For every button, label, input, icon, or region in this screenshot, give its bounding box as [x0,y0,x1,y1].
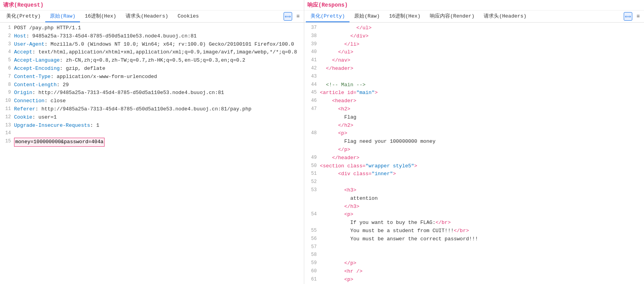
tab-pretty-right[interactable]: 美化(Pretty) [306,11,349,22]
tab-headers-left[interactable]: 请求头(Headers) [121,11,173,22]
response-line-47c: </h2> [304,122,644,130]
response-line-38: 38 </div> [304,32,644,41]
request-line-3: 3 User-Agent: Mozilla/5.0 (Windows NT 10… [0,41,304,49]
tab-hex-left[interactable]: 16进制(Hex) [80,11,121,22]
request-line-12: 12 Cookie: user=1 [0,114,304,122]
response-line-48c: </p> [304,146,644,154]
response-line-44: 44 <!-- Main --> [304,81,644,89]
response-line-57: 57 [304,243,644,252]
menu-icon-left[interactable]: ≡ [294,12,302,21]
response-line-45: 45 <article id="main"> [304,89,644,97]
request-line-1: 1 POST /pay.php HTTP/1.1 [0,24,304,32]
response-line-39: 39 </li> [304,41,644,49]
response-line-48b: Flag need your 100000000 money [304,138,644,146]
response-line-54b: If you want to buy the FLAG:</br> [304,219,644,227]
response-tabs-bar: 美化(Pretty) 原始(Raw) 16进制(Hex) 响应内容(Render… [304,11,644,23]
request-code-area: 1 POST /pay.php HTTP/1.1 2 Host: 9485a25… [0,23,304,284]
response-line-53b: attention [304,195,644,203]
wrap-icon-right[interactable]: ⟺ [624,12,632,21]
response-line-43: 43 [304,73,644,81]
tab-cookies-left[interactable]: Cookies [173,11,204,22]
response-line-52: 52 [304,178,644,186]
response-line-56: 56 You must be answer the correct passwo… [304,235,644,243]
response-line-42: 42 </header> [304,65,644,73]
response-line-47: 47 <h2> [304,105,644,114]
request-line-10: 10 Connection: close [0,97,304,105]
response-line-53c: </h3> [304,203,644,211]
response-line-48: 48 <p> [304,130,644,138]
request-tabs-bar: 美化(Pretty) 原始(Raw) 16进制(Hex) 请求头(Headers… [0,11,304,23]
request-line-8: 8 Content-Length: 29 [0,81,304,89]
request-line-13: 13 Upgrade-Insecure-Requests: 1 [0,122,304,130]
request-line-6: 6 Accept-Encoding: gzip, deflate [0,65,304,73]
request-line-7: 7 Content-Type: application/x-www-form-u… [0,73,304,81]
menu-icon-right[interactable]: ≡ [634,12,642,21]
tab-raw-left[interactable]: 原始(Raw) [45,11,80,22]
response-line-51: 51 <div class="inner"> [304,170,644,178]
response-line-41: 41 </nav> [304,57,644,65]
tab-headers-right[interactable]: 请求头(Headers) [479,11,531,22]
response-line-53: 53 <h3> [304,186,644,195]
request-line-9: 9 Origin: http://9485a25a-7313-45d4-8785… [0,89,304,97]
response-panel: 响应(Respons) 美化(Pretty) 原始(Raw) 16进制(Hex)… [304,0,644,284]
response-panel-title: 响应(Respons) [304,0,644,11]
response-line-47b: Flag [304,114,644,122]
response-xml-area: 37 </ul> 38 </div> 39 </li> 40 </ul> [304,23,644,284]
request-panel: 请求(Request) 美化(Pretty) 原始(Raw) 16进制(Hex)… [0,0,304,284]
response-line-40: 40 </ul> [304,48,644,57]
response-line-59: 59 </p> [304,259,644,268]
response-line-58: 58 [304,251,644,259]
response-line-61: 61 <p> [304,276,644,284]
left-tab-icons: ⟺ ≡ [284,12,302,21]
right-tab-icons: ⟺ ≡ [624,12,642,21]
tab-render-right[interactable]: 响应内容(Render) [425,11,479,22]
request-panel-title: 请求(Request) [0,0,304,11]
tab-pretty-left[interactable]: 美化(Pretty) [2,11,45,22]
response-line-54: 54 <p> [304,211,644,219]
response-line-37: 37 </ul> [304,24,644,32]
response-line-60: 60 <hr /> [304,268,644,276]
request-line-11: 11 Referer: http://9485a25a-7313-45d4-87… [0,105,304,114]
request-line-4: 4 Accept: text/html,application/xhtml+xm… [0,48,304,57]
response-line-50: 50 <section class="wrapper style5"> [304,162,644,170]
request-line-5: 5 Accept-Language: zh-CN,zh;q=0.8,zh-TW;… [0,57,304,65]
response-line-55: 55 You must be a student from CUIT!!!</b… [304,227,644,235]
tab-hex-right[interactable]: 16进制(Hex) [384,11,425,22]
request-line-15: 15 money=100000000&password=404a [0,138,304,147]
tab-raw-right[interactable]: 原始(Raw) [349,11,384,22]
request-line-14: 14 [0,130,304,138]
response-line-49: 49 </header> [304,154,644,162]
request-line-2: 2 Host: 9485a25a-7313-45d4-8785-d50d5a11… [0,32,304,41]
response-line-46: 46 <header> [304,97,644,105]
wrap-icon-left[interactable]: ⟺ [284,12,292,21]
